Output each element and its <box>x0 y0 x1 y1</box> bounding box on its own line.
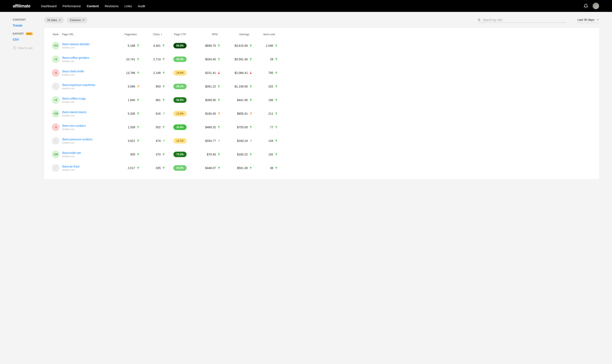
page-domain: testsite.com <box>62 169 115 171</box>
earnings-cell: $855.91 <box>221 112 253 115</box>
daterange-label: Last 30 days <box>578 18 594 21</box>
trend-arrow-icon <box>162 44 165 47</box>
earnings-cell: $2,084.41 <box>221 71 253 75</box>
th-items[interactable]: Items sold <box>253 33 279 36</box>
top-header: affilimate DashboardPerformanceContentRe… <box>0 0 612 12</box>
trend-arrow-icon <box>275 72 278 74</box>
trend-arrow-icon <box>250 99 252 101</box>
sidebar-trends-link[interactable]: Trends <box>13 24 44 27</box>
content-table: Rank Page URL Pageviews Clicks ▼ Page CT… <box>44 28 599 179</box>
earnings-cell: $753.00 <box>221 126 253 129</box>
trend-arrow-icon <box>250 112 252 115</box>
th-pageviews[interactable]: Pageviews <box>115 33 141 36</box>
rank-badge: +13 <box>52 42 59 50</box>
page-url-link[interactable]: /best-stand-mixers <box>62 110 115 114</box>
ctr-badge: 32.6% <box>173 124 186 130</box>
items-cell: 134 <box>253 139 279 143</box>
pageviews-cell: 13,766 <box>115 71 141 75</box>
caret-down-icon: ▼ <box>597 19 599 21</box>
page-url-link[interactable]: /best-air-fryer <box>62 165 115 168</box>
columns-dropdown[interactable]: Columns <box>67 17 88 23</box>
nav-links[interactable]: Links <box>124 4 132 8</box>
main-nav: DashboardPerformanceContentRevisionsLink… <box>41 4 584 8</box>
nav-content[interactable]: Content <box>87 4 99 8</box>
sites-dropdown[interactable]: All Sites <box>44 17 64 23</box>
trend-arrow-icon <box>275 112 278 115</box>
nav-dashboard[interactable]: Dashboard <box>41 4 56 8</box>
clicks-cell: 335 <box>141 166 166 170</box>
nav-revisions[interactable]: Revisions <box>105 4 119 8</box>
trend-arrow-icon <box>137 126 139 129</box>
trend-arrow-icon <box>137 58 139 61</box>
th-ctr[interactable]: Page CTR <box>166 33 194 36</box>
trend-arrow-icon <box>275 44 278 47</box>
table-row: - /best-air-fryer testsite.com 2,017 335… <box>49 161 594 175</box>
items-cell: 750 <box>253 71 279 75</box>
rpm-cell: $79.40 <box>194 153 221 156</box>
trend-arrow-icon <box>250 58 252 61</box>
nav-audit[interactable]: Audit <box>138 4 145 8</box>
pageviews-cell: 2,017 <box>115 166 141 170</box>
rpm-cell: $151.41 <box>194 71 221 75</box>
rpm-cell: $334.77 <box>194 139 221 143</box>
date-range-dropdown[interactable]: Last 30 days ▼ <box>577 17 599 23</box>
clicks-cell: 4,301 <box>141 44 166 47</box>
rpm-cell: $489.32 <box>194 126 221 129</box>
rank-badge: +24 <box>52 151 59 158</box>
rpm-cell: $699.70 <box>194 44 221 47</box>
page-url-link[interactable]: /best-espresso-machines <box>62 83 115 87</box>
rank-badge: +19 <box>52 110 59 117</box>
th-clicks[interactable]: Clicks ▼ <box>141 33 166 36</box>
rank-badge: -1 <box>52 123 59 131</box>
ctr-badge: 52.5% <box>173 97 186 103</box>
trend-arrow-icon <box>275 153 278 156</box>
page-url-link[interactable]: /best-chefs-knife <box>62 70 115 73</box>
sites-label: All Sites <box>47 18 57 22</box>
clicks-cell: 474 <box>141 139 166 143</box>
search-field[interactable] <box>477 17 567 23</box>
sidebar-content-heading: CONTENT <box>13 18 44 21</box>
trend-arrow-icon <box>162 153 165 156</box>
nav-performance[interactable]: Performance <box>63 4 81 8</box>
page-url-link[interactable]: /best-vitamix-blender <box>62 42 115 46</box>
trend-arrow-icon <box>137 99 139 101</box>
trend-arrow-icon <box>218 85 220 88</box>
page-url-link[interactable]: /best-pressure-cookers <box>62 138 115 141</box>
svg-point-0 <box>478 19 479 21</box>
trend-arrow-icon <box>250 72 252 74</box>
page-url-link[interactable]: /best-coffee-grinders <box>62 56 115 59</box>
pageviews-cell: 5,335 <box>115 112 141 115</box>
th-rpm[interactable]: RPM <box>194 33 221 36</box>
ctr-badge: 83.2% <box>173 43 186 48</box>
trend-arrow-icon <box>218 112 220 115</box>
trend-arrow-icon <box>137 167 139 169</box>
page-domain: testsite.com <box>62 142 115 144</box>
rpm-cell: $391.22 <box>194 85 221 88</box>
rpm-cell: $160.45 <box>194 112 221 115</box>
content-area: All Sites Columns Last 30 days ▼ Rank <box>44 12 612 188</box>
th-page[interactable]: Page URL <box>62 33 115 36</box>
trend-arrow-icon <box>275 99 278 101</box>
th-rank[interactable]: Rank <box>49 33 62 36</box>
search-input[interactable] <box>483 18 566 22</box>
table-row: - /best-espresso-machines testsite.com 3… <box>49 80 594 93</box>
items-cell: 28 <box>253 58 279 61</box>
earnings-cell: $501.30 <box>221 166 253 170</box>
how-to-use-link[interactable]: ? How to use <box>13 46 44 50</box>
trend-arrow-icon <box>275 85 278 88</box>
sidebar-csv-link[interactable]: CSV <box>13 38 44 41</box>
trend-arrow-icon <box>218 72 220 74</box>
notifications-icon[interactable] <box>584 4 588 8</box>
trend-arrow-icon <box>250 153 252 156</box>
page-url-link[interactable]: /best-knife-set <box>62 151 115 155</box>
trend-arrow-icon <box>137 85 139 88</box>
page-url-link[interactable]: /best-rice-cookers <box>62 124 115 127</box>
pageviews-cell: 505 <box>115 153 141 156</box>
trend-arrow-icon <box>137 72 139 74</box>
help-icon: ? <box>13 46 16 50</box>
th-earnings[interactable]: Earnings <box>221 33 253 36</box>
rpm-cell: $448.07 <box>194 166 221 170</box>
avatar[interactable] <box>592 2 599 9</box>
ctr-badge: 15.6% <box>173 70 186 76</box>
page-url-link[interactable]: /best-coffee-mugs <box>62 97 115 100</box>
